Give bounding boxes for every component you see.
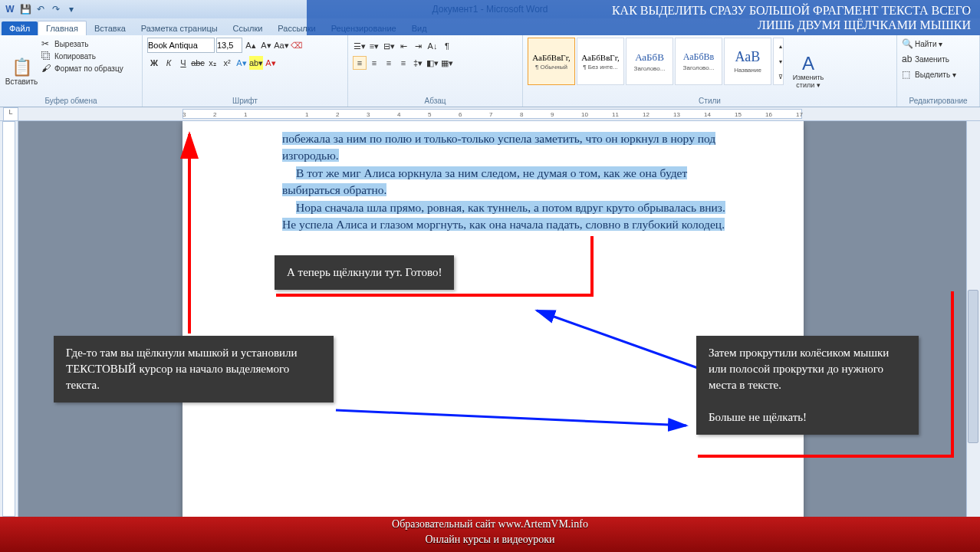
strike-button[interactable]: abc [191, 56, 205, 70]
annotation-cursor-start: Где-то там вы щёлкнули мышкой и установи… [54, 336, 334, 402]
style-normal[interactable]: АаБбВвГг,¶ Обычный [528, 38, 575, 85]
find-button[interactable]: 🔍Найти ▾ [902, 38, 975, 50]
grow-font-button[interactable]: A▴ [244, 38, 258, 52]
group-paragraph: ☰▾ ≡▾ ⊟▾ ⇤ ⇥ A↓ ¶ ≡ ≡ ≡ ≡ ‡▾ ◧▾ ▦▾ Абзац [348, 35, 523, 107]
document-page[interactable]: побежала за ним по полю и только-только … [183, 121, 804, 517]
style-heading2[interactable]: АаБбВвЗаголово... [675, 38, 722, 85]
undo-icon[interactable]: ↶ [34, 2, 48, 16]
scroll-thumb[interactable] [968, 290, 978, 443]
brush-icon: 🖌 [41, 63, 52, 74]
superscript-button[interactable]: x² [220, 56, 234, 70]
text-effects-button[interactable]: A▾ [235, 56, 248, 70]
annotation-click-end: А теперь щёлкнули тут. Готово! [275, 255, 454, 290]
paragraph-3[interactable]: Нора сначала шла прямо, ровная, как тунн… [282, 199, 727, 234]
qat-dropdown-icon[interactable]: ▾ [64, 2, 78, 16]
highlight-button[interactable]: ab▾ [249, 56, 263, 70]
group-label-clipboard: Буфер обмена [0, 97, 142, 105]
tab-file[interactable]: Файл [2, 21, 38, 35]
sort-button[interactable]: A↓ [426, 39, 439, 53]
paste-icon: 📋 [12, 58, 32, 77]
bullets-button[interactable]: ☰▾ [353, 39, 367, 53]
tab-insert[interactable]: Вставка [87, 21, 133, 35]
footer-banner: Образовательный сайт www.ArtemVM.info Он… [0, 517, 980, 552]
shading-button[interactable]: ◧▾ [426, 56, 439, 70]
cut-button[interactable]: ✂Вырезать [41, 38, 123, 50]
font-size-select[interactable] [216, 38, 242, 53]
group-label-font: Шрифт [143, 97, 347, 105]
styles-scroll-up[interactable]: ▴ [774, 38, 788, 54]
scissors-icon: ✂ [41, 38, 52, 49]
footer-line2: Онлайн курсы и видеоуроки [0, 532, 980, 547]
styles-expand[interactable]: ⊽ [774, 69, 788, 84]
group-label-styles: Стили [523, 97, 896, 105]
copy-icon: ⿻ [41, 51, 52, 61]
format-painter-button[interactable]: 🖌Формат по образцу [41, 62, 123, 74]
borders-button[interactable]: ▦▾ [440, 56, 454, 70]
italic-button[interactable]: К [162, 56, 176, 70]
word-icon[interactable]: W [3, 2, 17, 16]
decrease-indent-button[interactable]: ⇤ [396, 39, 410, 53]
footer-line1: Образовательный сайт www.ArtemVM.info [0, 517, 980, 532]
replace-button[interactable]: abЗаменить [902, 53, 975, 65]
paragraph-2[interactable]: В тот же миг Алиса юркнула за ним следом… [282, 165, 727, 199]
font-name-select[interactable] [147, 38, 215, 53]
styles-gallery: АаБбВвГг,¶ Обычный АаБбВвГг,¶ Без инте..… [528, 38, 784, 85]
style-no-spacing[interactable]: АаБбВвГг,¶ Без инте... [577, 38, 624, 85]
multilevel-button[interactable]: ⊟▾ [382, 39, 396, 53]
tab-layout[interactable]: Разметка страницы [133, 21, 225, 35]
line-spacing-button[interactable]: ‡▾ [411, 56, 425, 70]
show-marks-button[interactable]: ¶ [440, 39, 454, 53]
group-editing: 🔍Найти ▾ abЗаменить ⬚Выделить ▾ Редактир… [897, 35, 980, 107]
horizontal-ruler[interactable]: L 3211234567891011121314151617 [0, 107, 980, 121]
vertical-ruler[interactable] [0, 121, 18, 517]
group-label-editing: Редактирование [897, 97, 979, 105]
tab-references[interactable]: Ссылки [225, 21, 271, 35]
tab-selector[interactable]: L [3, 107, 18, 121]
bold-button[interactable]: Ж [147, 56, 161, 70]
workspace: побежала за ним по полю и только-только … [0, 121, 980, 517]
group-font: A▴ A▾ Aa▾ ⌫ Ж К Ч abc x₂ x² A▾ ab▾ A▾ Шр… [143, 35, 348, 107]
clear-format-button[interactable]: ⌫ [290, 38, 304, 52]
change-case-button[interactable]: Aa▾ [275, 38, 288, 52]
copy-button[interactable]: ⿻Копировать [41, 50, 123, 62]
ruler-ticks: 3211234567891011121314151617 [183, 110, 802, 118]
ribbon: 📋 Вставить ✂Вырезать ⿻Копировать 🖌Формат… [0, 35, 980, 107]
justify-button[interactable]: ≡ [396, 56, 410, 70]
font-color-button[interactable]: A▾ [264, 56, 278, 70]
styles-scroll-down[interactable]: ▾ [774, 54, 788, 69]
align-center-button[interactable]: ≡ [367, 56, 381, 70]
shrink-font-button[interactable]: A▾ [259, 38, 273, 52]
align-right-button[interactable]: ≡ [382, 56, 396, 70]
increase-indent-button[interactable]: ⇥ [411, 39, 425, 53]
quick-access-toolbar: W 💾 ↶ ↷ ▾ [3, 2, 78, 16]
change-styles-icon: A [802, 53, 814, 74]
vertical-scrollbar[interactable] [966, 121, 980, 517]
save-icon[interactable]: 💾 [18, 2, 32, 16]
overlay-line2: ЛИШЬ ДВУМЯ ЩЁЛЧКАМИ МЫШКИ [316, 18, 971, 32]
replace-icon: ab [902, 54, 913, 64]
align-left-button[interactable]: ≡ [353, 56, 367, 70]
paragraph-1[interactable]: побежала за ним по полю и только-только … [282, 130, 727, 165]
style-heading1[interactable]: АаБбВЗаголово... [626, 38, 673, 85]
tab-home[interactable]: Главная [38, 21, 87, 35]
select-button[interactable]: ⬚Выделить ▾ [902, 68, 975, 80]
annotation-scroll: Затем прокрутили колёсиком мышки или пол… [696, 336, 919, 435]
tutorial-title-overlay: КАК ВЫДЕЛИТЬ СРАЗУ БОЛЬШОЙ ФРАГМЕНТ ТЕКС… [307, 0, 980, 35]
group-clipboard: 📋 Вставить ✂Вырезать ⿻Копировать 🖌Формат… [0, 35, 143, 107]
find-icon: 🔍 [902, 38, 913, 49]
numbering-button[interactable]: ≡▾ [367, 39, 381, 53]
group-styles: АаБбВвГг,¶ Обычный АаБбВвГг,¶ Без инте..… [523, 35, 897, 107]
paste-button[interactable]: 📋 Вставить [5, 38, 38, 105]
style-title[interactable]: АаВНазвание [724, 38, 771, 85]
group-label-paragraph: Абзац [348, 97, 522, 105]
underline-button[interactable]: Ч [176, 56, 190, 70]
document-area[interactable]: побежала за ним по полю и только-только … [18, 121, 980, 517]
subscript-button[interactable]: x₂ [206, 56, 219, 70]
redo-icon[interactable]: ↷ [49, 2, 63, 16]
overlay-line1: КАК ВЫДЕЛИТЬ СРАЗУ БОЛЬШОЙ ФРАГМЕНТ ТЕКС… [316, 3, 971, 18]
select-icon: ⬚ [902, 69, 913, 80]
change-styles-button[interactable]: A Изменить стили ▾ [787, 38, 830, 105]
